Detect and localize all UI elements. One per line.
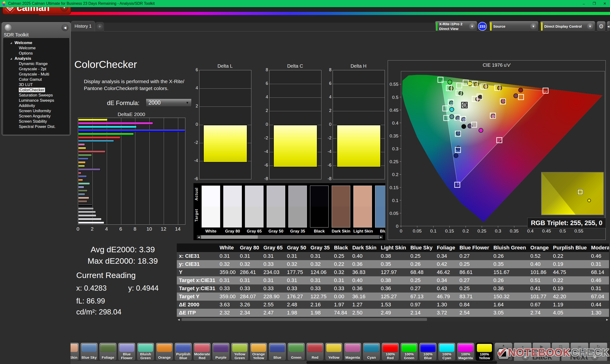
patch-tile-purplish-blue[interactable]: Purplish Blue [174, 343, 192, 361]
sidebar-item-saturation-sweeps[interactable]: Saturation Sweeps [4, 93, 69, 98]
scrollbar-handle[interactable] [182, 318, 427, 321]
meter-dropdown[interactable]: X-Rite i1Pro 2Direct View ▼ [435, 21, 477, 32]
sidebar-item-luminance-sweeps[interactable]: Luminance Sweeps [4, 98, 69, 103]
panel-collapse-button[interactable]: ◀ [607, 21, 610, 32]
patch-tile-100-magenta[interactable]: 100% Magenta [457, 343, 474, 361]
patch-tile-100-green[interactable]: 100% Green [400, 343, 418, 361]
pattern-stop-icon[interactable] [498, 348, 509, 360]
de-formula-select[interactable]: 2000 ▼ [146, 99, 192, 107]
patch-tile-100-blue[interactable]: 100% Blue [419, 343, 437, 361]
next-button[interactable]: Next» [561, 351, 607, 362]
cie-measured-point [479, 128, 483, 132]
nav-tool-icon-1[interactable]: ▶ [532, 343, 550, 351]
column-header: Blue Flower [457, 244, 491, 252]
nav-tool-icon-4[interactable]: ↻ [589, 343, 607, 351]
patch-label: Cyan [363, 352, 380, 360]
source-dropdown[interactable]: Source ▼ [489, 21, 539, 32]
scrollbar-handle[interactable] [201, 235, 258, 239]
expander-icon[interactable]: ◢ [10, 40, 12, 46]
table-row: Y359.00286.41234.03177.75124.060.3236.83… [177, 268, 609, 276]
table-cell: 286.41 [238, 268, 261, 276]
patch-tile-cyan[interactable]: Cyan [363, 343, 380, 361]
sidebar-item-spectral-power-dist-[interactable]: Spectral Power Dist. [4, 124, 69, 129]
source-status-stripe [490, 22, 492, 31]
patch-tile-magenta[interactable]: Magenta [344, 343, 362, 361]
table-cell: 0.84 [457, 301, 491, 309]
table-cell: 0.27 [408, 285, 435, 293]
patch-tile-green[interactable]: Green [287, 343, 305, 361]
svg-text:0.1: 0.1 [430, 228, 436, 234]
sidebar-item-welcome[interactable]: Welcome [4, 46, 69, 51]
tree-group-analysis[interactable]: ◢Analysis [4, 56, 69, 61]
patch-tile-yellow[interactable]: Yellow [325, 343, 343, 361]
sidebar-item-color-gamut[interactable]: Color Gamut [4, 77, 69, 82]
settings-gear-button[interactable]: ⚙ [597, 21, 606, 32]
nav-tool-icon-0[interactable]: ▪ [514, 343, 532, 351]
tree-group-welcome[interactable]: ◢Welcome [4, 40, 69, 46]
sidebar-item-screen-uniformity[interactable]: Screen Uniformity [4, 108, 69, 114]
patch-tile-100-yellow[interactable]: 100% Yellow [476, 343, 493, 361]
sidebar-item-grayscale-2pt[interactable]: Grayscale - 2pt [4, 66, 69, 72]
plus-icon: + [97, 24, 103, 30]
swatch-scrollbar[interactable]: ◀ ▶ [197, 235, 383, 239]
sidebar-item-dynamic-range[interactable]: Dynamic Range [4, 61, 69, 66]
nav-tool-icon-2[interactable]: ⊡ [552, 343, 570, 351]
patch-tile-blue[interactable]: Blue [269, 343, 286, 361]
table-cell: 0.32 [238, 260, 261, 268]
patch-tile-orange[interactable]: Orange [156, 343, 173, 361]
patch-bar-scrollbar[interactable] [71, 361, 610, 364]
back-button[interactable]: «Back [514, 351, 560, 362]
tab-history-1[interactable]: History 1 [71, 21, 95, 31]
sidebar-item-grayscale-multi[interactable]: Grayscale - Multi [4, 72, 69, 77]
patch-tile-blue-sky[interactable]: Blue Sky [80, 343, 98, 361]
row-label: ΔE ITP [177, 309, 217, 317]
scroll-left-icon[interactable]: ◀ [177, 318, 181, 321]
scroll-left-icon[interactable]: ◀ [197, 235, 201, 239]
restore-button[interactable]: ❐ [589, 0, 599, 7]
svg-text:0.15: 0.15 [389, 185, 398, 190]
add-tab-button[interactable]: + [95, 22, 104, 31]
sidebar-item-options[interactable]: Options [4, 51, 69, 56]
display-control-dropdown[interactable]: Direct Display Control ▼ [540, 21, 595, 32]
patch-tile-ght-skin[interactable]: ght Skin [71, 343, 79, 361]
patch-label: 100% Red [382, 352, 399, 361]
patch-swatch [81, 344, 97, 352]
nav-tool-icon-3[interactable]: ∞ [571, 343, 588, 351]
table-cell: 1.53 [379, 301, 408, 309]
scrollbar-handle[interactable] [306, 361, 497, 364]
close-button[interactable]: ✕ [599, 0, 610, 7]
table-row: ΔE ITP2.322.342.471.981.9874.842.502.492… [177, 309, 609, 317]
sidebar-item-colorchecker[interactable]: ColorChecker [4, 87, 69, 93]
patch-tile-purple[interactable]: Purple [212, 343, 230, 361]
sidebar-item-additivity[interactable]: Additivity [4, 103, 69, 108]
expander-icon[interactable]: ◢ [10, 56, 12, 61]
patch-tile-moderate-red[interactable]: Moderate Red [193, 343, 211, 361]
scroll-right-icon[interactable]: ▶ [379, 235, 383, 239]
patch-swatch [345, 344, 360, 352]
patch-tile-foliage[interactable]: Foliage [99, 343, 117, 361]
sphere-icon[interactable] [5, 24, 12, 31]
table-cell: 2.34 [238, 309, 261, 317]
patch-tile-yellow-green[interactable]: Yellow Green [231, 343, 248, 361]
patch-tile-blue-flower[interactable]: Blue Flower [118, 343, 136, 361]
patch-swatch [232, 344, 247, 352]
table-cell: 0.22 [551, 276, 589, 285]
sidebar-item-screen-stability[interactable]: Screen Stability [4, 119, 69, 124]
minimize-button[interactable]: – [579, 0, 589, 7]
table-cell: 46.42 [435, 268, 457, 276]
meter-count-badge[interactable]: 233 [478, 22, 487, 31]
patch-tile-100-cyan[interactable]: 100% Cyan [438, 343, 455, 361]
sidebar-item-3d-lut[interactable]: 3D LUT [4, 82, 69, 87]
sidebar-collapse-button[interactable]: ◀ [62, 24, 69, 31]
patch-label: Magenta [344, 352, 361, 360]
patch-tile-bluish-green[interactable]: Bluish Green [137, 343, 155, 361]
patch-tile-orange-yellow[interactable]: Orange Yellow [250, 343, 267, 361]
sidebar-item-screen-angularity[interactable]: Screen Angularity [4, 114, 69, 119]
row-label: Y [177, 268, 217, 276]
chevron-up-icon[interactable]: ▲ [502, 343, 505, 347]
patch-tile-red[interactable]: Red [306, 343, 324, 361]
scroll-right-icon[interactable]: ▶ [605, 318, 609, 321]
table-scrollbar[interactable]: ◀ ▶ [177, 318, 609, 321]
patch-tile-100-red[interactable]: 100% Red [381, 343, 399, 361]
pattern-window-tile[interactable]: ▲ [494, 343, 513, 361]
